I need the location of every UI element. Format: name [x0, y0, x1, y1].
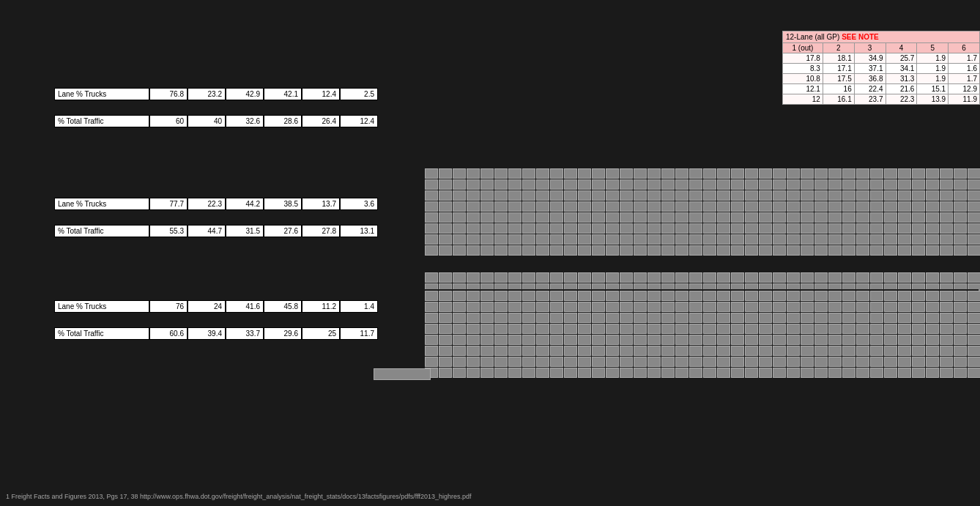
- grid-cell: [620, 313, 633, 323]
- grid-cell: [856, 357, 869, 367]
- grid-cell: [968, 234, 980, 245]
- grid-cell: [606, 212, 619, 223]
- grid-cell: [439, 168, 452, 179]
- grid-cell: [647, 357, 661, 367]
- grid-cell: [425, 272, 438, 283]
- lane-trucks-row-1: Lane % Trucks 76.823.242.942.112.42.5: [0, 88, 980, 100]
- grid-cell: [675, 190, 688, 201]
- grid-cell: [828, 168, 842, 179]
- grid-cell: [439, 190, 452, 201]
- grid-cell: [675, 324, 688, 334]
- grid-cell: [578, 190, 591, 201]
- data-cell: 33.7: [226, 327, 264, 340]
- grid-cell: [564, 346, 577, 356]
- grid-cell: [467, 201, 480, 212]
- grid-cell: [508, 272, 521, 283]
- grid-cell: [634, 223, 647, 234]
- total-traffic-cells-1: 604032.628.626.412.4: [149, 115, 378, 127]
- grid-cell: [745, 291, 758, 301]
- grid-cell: [606, 291, 619, 301]
- grid-cell: [773, 272, 786, 283]
- grid-cell: [550, 313, 563, 323]
- grid-cell: [870, 234, 883, 245]
- grid-cell: [717, 245, 730, 256]
- grid-cell: [787, 368, 800, 378]
- grid-cell: [954, 168, 967, 179]
- grid-cell: [787, 223, 800, 234]
- grid-cell: [634, 335, 647, 345]
- grid-cell: [842, 179, 855, 190]
- grid-cell: [620, 168, 633, 179]
- grid-cell: [759, 190, 772, 201]
- grid-cell: [675, 291, 688, 301]
- grid-cell: [606, 272, 619, 283]
- grid-cell: [508, 245, 521, 256]
- grid-cell: [675, 335, 688, 345]
- grid-cell: [717, 168, 730, 179]
- grid-cell: [592, 201, 605, 212]
- grid-cell: [773, 201, 786, 212]
- grid-cell: [620, 335, 633, 345]
- grid-cell: [425, 223, 438, 234]
- grid-cell: [773, 291, 786, 301]
- grid-cell: [522, 223, 535, 234]
- data-cell: 22.3: [188, 198, 226, 210]
- grid-cell: [828, 223, 842, 234]
- grid-cell: [508, 234, 521, 245]
- grid-cell: [620, 291, 633, 301]
- grid-cell: [731, 272, 744, 283]
- grid-cell: [703, 234, 716, 245]
- grid-cell: [661, 272, 675, 283]
- grid-cell: [814, 179, 828, 190]
- grid-cell: [508, 190, 521, 201]
- grid-cell: [661, 346, 675, 356]
- grid-cell: [592, 234, 605, 245]
- grid-cell: [842, 302, 855, 312]
- grid-cell: [689, 179, 702, 190]
- grid-cell: [968, 245, 980, 256]
- grid-cell: [745, 223, 758, 234]
- grid-cell: [912, 346, 925, 356]
- grid-cell: [968, 335, 980, 345]
- grid-cell: [578, 272, 591, 283]
- grid-cell: [717, 272, 730, 283]
- grid-cell: [522, 168, 535, 179]
- grid-cell: [453, 245, 466, 256]
- grid-cell: [870, 212, 883, 223]
- grid-cell: [453, 346, 466, 356]
- grid-cell: [842, 313, 855, 323]
- grid-cell: [968, 357, 980, 367]
- grid-cell: [494, 201, 508, 212]
- grid-cell: [870, 368, 883, 378]
- grid-cell: [731, 335, 744, 345]
- grid-cell: [828, 212, 842, 223]
- grid-cell: [536, 245, 549, 256]
- grid-cell: [926, 190, 939, 201]
- grid-cell: [425, 168, 438, 179]
- grid-cell: [940, 346, 953, 356]
- grid-cell: [508, 368, 521, 378]
- grid-cell: [703, 357, 716, 367]
- grid-cell: [912, 234, 925, 245]
- grid-cell: [954, 346, 967, 356]
- grid-cell: [954, 357, 967, 367]
- grid-cell: [856, 272, 869, 283]
- grid-cell: [522, 234, 535, 245]
- grid-cell: [480, 302, 494, 312]
- grid-cell: [634, 272, 647, 283]
- grid-cell: [453, 168, 466, 179]
- grid-cell: [773, 168, 786, 179]
- grid-cell: [634, 313, 647, 323]
- grid-cell: [703, 179, 716, 190]
- grid-cell: [759, 335, 772, 345]
- grid-cell: [731, 245, 744, 256]
- grid-cell: [634, 346, 647, 356]
- grid-cell: [787, 234, 800, 245]
- grid-cell: [759, 201, 772, 212]
- right-viz-area-1: [423, 167, 979, 262]
- grid-cell: [814, 201, 828, 212]
- grid-cell: [745, 302, 758, 312]
- grid-cell: [647, 368, 661, 378]
- grid-cell: [801, 324, 814, 334]
- grid-cell: [536, 168, 549, 179]
